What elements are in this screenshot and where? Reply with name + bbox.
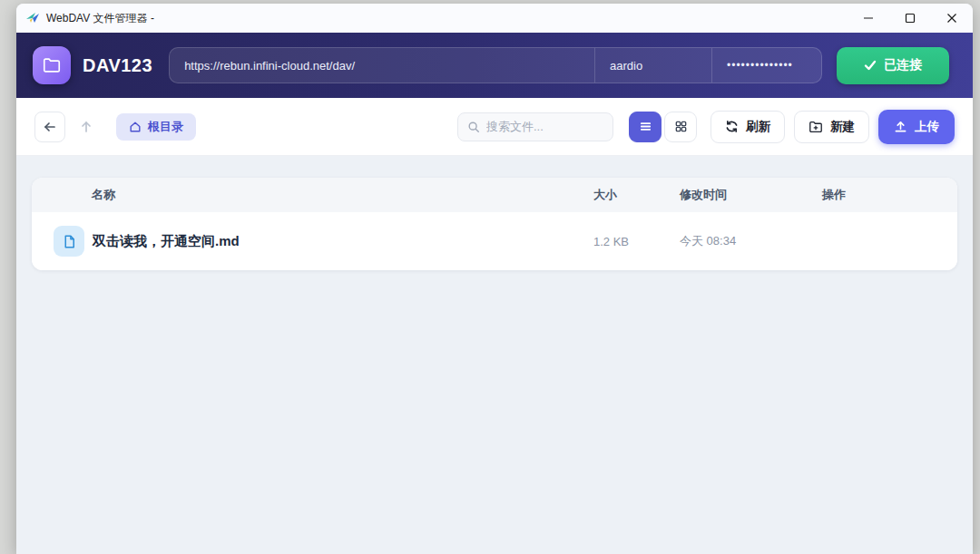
file-size: 1.2 KB: [593, 235, 680, 248]
password-input[interactable]: ••••••••••••••: [712, 48, 821, 83]
document-icon: [62, 234, 77, 249]
folder-plus-icon: [808, 120, 823, 134]
new-button[interactable]: 新建: [794, 111, 869, 143]
list-view-button[interactable]: [629, 112, 662, 142]
grid-icon: [674, 120, 688, 133]
file-table: 名称 大小 修改时间 操作 双击读我，开通空间.md 1.2 KB 今天 08:: [32, 178, 957, 270]
breadcrumb-root[interactable]: 根目录: [116, 113, 196, 141]
toolbar: 根目录: [16, 98, 973, 156]
breadcrumb-label: 根目录: [148, 119, 183, 135]
column-name: 名称: [54, 187, 593, 203]
file-type-badge: [54, 226, 84, 257]
new-label: 新建: [830, 119, 855, 135]
table-row[interactable]: 双击读我，开通空间.md 1.2 KB 今天 08:34: [32, 212, 957, 270]
refresh-label: 刷新: [746, 119, 770, 135]
column-actions: 操作: [822, 187, 936, 203]
search-box[interactable]: [457, 112, 613, 141]
connection-header: DAV123 https://rebun.infini-cloud.net/da…: [16, 33, 973, 98]
refresh-button[interactable]: 刷新: [710, 111, 785, 143]
file-name-cell: 双击读我，开通空间.md: [54, 226, 593, 257]
folder-icon: [42, 55, 62, 75]
app-logo: [33, 46, 71, 84]
app-icon: [25, 11, 40, 25]
app-name: DAV123: [83, 55, 152, 76]
refresh-icon: [725, 120, 739, 133]
column-size: 大小: [593, 187, 680, 203]
list-icon: [639, 120, 652, 133]
arrow-up-icon: [79, 120, 93, 134]
view-toggle: [629, 112, 697, 142]
connect-button[interactable]: 已连接: [837, 47, 949, 84]
back-button[interactable]: [34, 112, 65, 142]
connect-label: 已连接: [884, 57, 922, 73]
column-modified: 修改时间: [680, 187, 822, 203]
server-url-input[interactable]: https://rebun.infini-cloud.net/dav/: [170, 48, 594, 83]
search-icon: [467, 121, 480, 133]
up-button[interactable]: [71, 112, 102, 142]
close-button[interactable]: [931, 4, 973, 33]
file-modified: 今天 08:34: [680, 233, 822, 249]
upload-label: 上传: [915, 119, 939, 135]
check-icon: [864, 59, 877, 72]
grid-view-button[interactable]: [664, 112, 697, 142]
upload-icon: [894, 120, 907, 133]
window-title: WebDAV 文件管理器 -: [46, 11, 154, 26]
connection-fields: https://rebun.infini-cloud.net/dav/ aard…: [169, 47, 822, 83]
username-input[interactable]: aardio: [595, 48, 711, 83]
arrow-left-icon: [43, 120, 57, 134]
file-name: 双击读我，开通空间.md: [93, 233, 240, 250]
app-window: WebDAV 文件管理器 - DAV123 https://rebun.infi…: [16, 4, 973, 554]
title-bar: WebDAV 文件管理器 -: [16, 4, 973, 33]
maximize-button[interactable]: [889, 4, 931, 33]
minimize-button[interactable]: [848, 4, 889, 33]
upload-button[interactable]: 上传: [878, 110, 955, 144]
table-header: 名称 大小 修改时间 操作: [32, 178, 957, 212]
home-icon: [129, 121, 142, 133]
search-input[interactable]: [486, 120, 595, 133]
content-area: 名称 大小 修改时间 操作 双击读我，开通空间.md 1.2 KB 今天 08:: [16, 156, 973, 554]
